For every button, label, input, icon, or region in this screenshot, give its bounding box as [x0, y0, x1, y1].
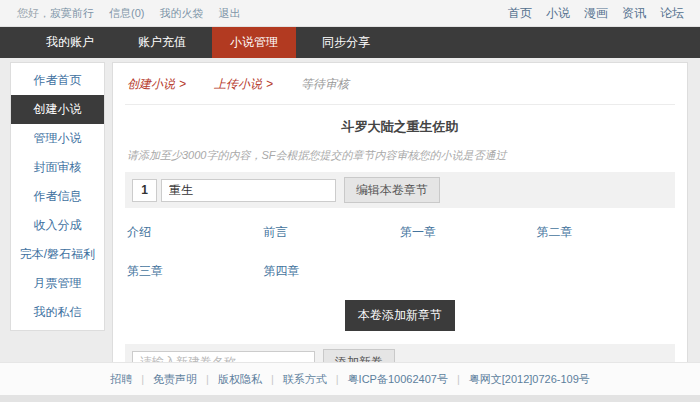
footer-link-jobs[interactable]: 招聘 [110, 372, 132, 387]
footer-icp-number[interactable]: 粤ICP备10062407号 [348, 372, 448, 387]
sidebar-item-manage-novel[interactable]: 管理小说 [11, 124, 104, 153]
username-link[interactable]: 寂寞前行 [50, 7, 94, 19]
sidebar-item-monthly-ticket[interactable]: 月票管理 [11, 269, 104, 298]
site-link-news[interactable]: 资讯 [622, 5, 646, 22]
chapter-link-1[interactable]: 第一章 [400, 213, 537, 252]
bottom-band [0, 395, 700, 402]
breadcrumb-separator: > [179, 77, 186, 91]
volume-number-input[interactable] [132, 179, 157, 202]
main-panel: 创建小说> 上传小说> 等待审核 斗罗大陆之重生佐助 请添加至少3000字的内容… [112, 62, 688, 400]
chapter-link-4[interactable]: 第四章 [264, 252, 401, 291]
breadcrumb-separator: > [266, 77, 273, 91]
primary-nav: 我的账户 账户充值 小说管理 同步分享 [0, 27, 700, 58]
nav-account-recharge[interactable]: 账户充值 [120, 27, 204, 58]
sidebar-item-create-novel[interactable]: 创建小说 [11, 95, 104, 124]
logout-link[interactable]: 退出 [218, 6, 240, 21]
sidebar-item-completion-benefits[interactable]: 完本/磐石福利 [11, 240, 104, 269]
sidebar: 作者首页 创建小说 管理小说 封面审核 作者信息 收入分成 完本/磐石福利 月票… [10, 62, 105, 331]
volume-row: 编辑本卷章节 [125, 172, 675, 208]
breadcrumb-label: 创建小说 [127, 77, 175, 91]
upload-instruction-text: 请添加至少3000字的内容，SF会根据您提交的章节内容审核您的小说是否通过 [127, 148, 675, 163]
nav-my-account[interactable]: 我的账户 [28, 27, 112, 58]
chapter-list: 介绍 前言 第一章 第二章 第三章 第四章 [125, 208, 675, 291]
edit-volume-chapters-button[interactable]: 编辑本卷章节 [344, 177, 440, 203]
footer-license-number[interactable]: 粤网文[2012]0726-109号 [469, 372, 590, 387]
breadcrumb: 创建小说> 上传小说> 等待审核 [125, 73, 675, 105]
site-link-forum[interactable]: 论坛 [660, 5, 684, 22]
footer: 招聘 | 免责声明 | 版权隐私 | 联系方式 | 粤ICP备10062407号… [0, 362, 700, 395]
messages-link[interactable]: 信息(0) [109, 6, 144, 21]
sidebar-item-cover-review[interactable]: 封面审核 [11, 153, 104, 182]
sidebar-item-income-share[interactable]: 收入分成 [11, 211, 104, 240]
sidebar-item-author-home[interactable]: 作者首页 [11, 66, 104, 95]
topbar-site-links: 首页 小说 漫画 资讯 论坛 [508, 5, 684, 22]
user-greeting: 您好，寂寞前行 [17, 6, 94, 21]
chapter-link-3[interactable]: 第三章 [127, 252, 264, 291]
footer-link-contact[interactable]: 联系方式 [283, 372, 327, 387]
chapter-link-intro[interactable]: 介绍 [127, 213, 264, 252]
footer-link-disclaimer[interactable]: 免责声明 [153, 372, 197, 387]
sidebar-item-author-info[interactable]: 作者信息 [11, 182, 104, 211]
content-area: 作者首页 创建小说 管理小说 封面审核 作者信息 收入分成 完本/磐石福利 月票… [0, 58, 700, 378]
nav-sync-share[interactable]: 同步分享 [304, 27, 388, 58]
footer-separator: | [206, 373, 209, 385]
chapter-link-preface[interactable]: 前言 [264, 213, 401, 252]
my-wallet-link[interactable]: 我的火袋 [159, 6, 203, 21]
topbar-user-area: 您好，寂寞前行 信息(0) 我的火袋 退出 [17, 6, 240, 21]
breadcrumb-create-novel[interactable]: 创建小说> [127, 76, 186, 93]
novel-title: 斗罗大陆之重生佐助 [125, 118, 675, 136]
chapter-link-2[interactable]: 第二章 [537, 213, 674, 252]
breadcrumb-label: 上传小说 [214, 77, 262, 91]
footer-link-copyright-privacy[interactable]: 版权隐私 [218, 372, 262, 387]
site-link-home[interactable]: 首页 [508, 5, 532, 22]
add-chapter-button[interactable]: 本卷添加新章节 [345, 300, 455, 331]
site-link-comic[interactable]: 漫画 [584, 5, 608, 22]
footer-separator: | [141, 373, 144, 385]
nav-novel-management[interactable]: 小说管理 [212, 27, 296, 58]
footer-separator: | [271, 373, 274, 385]
volume-name-input[interactable] [161, 179, 336, 202]
breadcrumb-upload-novel[interactable]: 上传小说> [214, 76, 273, 93]
sidebar-item-my-messages[interactable]: 我的私信 [11, 298, 104, 327]
greeting-prefix: 您好， [17, 7, 50, 19]
top-bar: 您好，寂寞前行 信息(0) 我的火袋 退出 首页 小说 漫画 资讯 论坛 [0, 0, 700, 27]
footer-separator: | [336, 373, 339, 385]
footer-separator: | [457, 373, 460, 385]
site-link-novel[interactable]: 小说 [546, 5, 570, 22]
breadcrumb-awaiting-review: 等待审核 [301, 76, 349, 93]
